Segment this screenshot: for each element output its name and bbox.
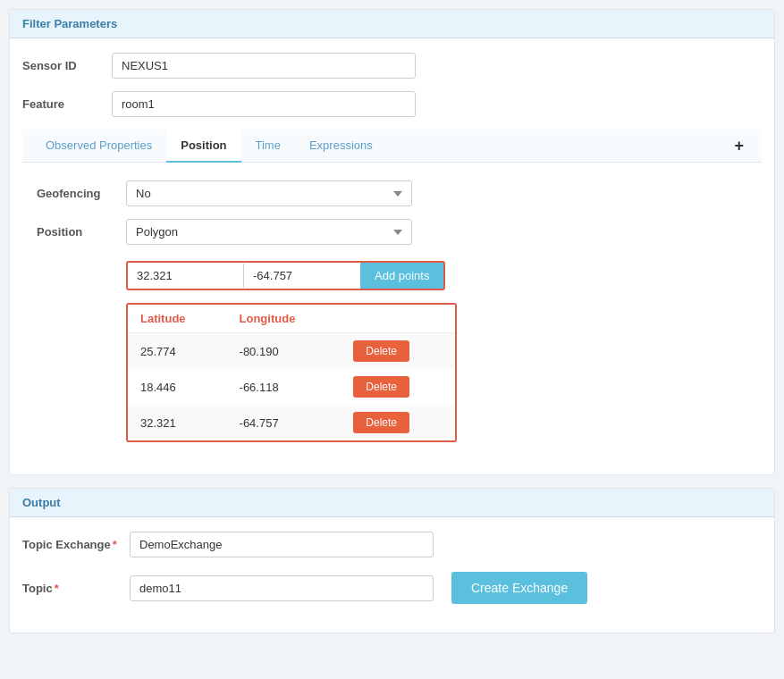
lon-cell: -64.757: [227, 405, 341, 440]
lon-cell: -80.190: [227, 333, 341, 370]
topic-exchange-label: Topic Exchange*: [22, 538, 130, 551]
table-row: 25.774 -80.190 Delete: [128, 333, 455, 370]
lat-cell: 25.774: [128, 333, 227, 370]
delete-button-2[interactable]: Delete: [353, 412, 409, 433]
filter-parameters-header: Filter Parameters: [10, 10, 774, 38]
table-row: 32.321 -64.757 Delete: [128, 405, 455, 440]
filter-parameters-card: Filter Parameters Sensor ID Feature Obse…: [9, 9, 775, 475]
add-points-button[interactable]: Add points: [360, 263, 443, 289]
position-label: Position: [37, 225, 126, 239]
tab-content-position: Geofencing No Yes Position Polygon Point…: [22, 163, 762, 460]
filter-parameters-body: Sensor ID Feature Observed Properties Po…: [10, 38, 774, 474]
lon-cell: -66.118: [227, 369, 341, 405]
points-table: Latitude Longitude 25.774 -80.190 Delete…: [128, 305, 455, 440]
latitude-input[interactable]: [128, 264, 244, 288]
output-body: Topic Exchange* Topic* Create Exchange: [10, 517, 774, 633]
sensor-id-label: Sensor ID: [22, 59, 112, 72]
output-title: Output: [22, 496, 61, 509]
topic-exchange-row: Topic Exchange*: [22, 532, 762, 557]
feature-row: Feature: [22, 91, 762, 117]
delete-cell: Delete: [341, 369, 455, 405]
topic-exchange-required: *: [113, 538, 117, 551]
lat-cell: 32.321: [128, 405, 227, 440]
delete-cell: Delete: [341, 333, 455, 370]
tab-position[interactable]: Position: [166, 130, 240, 163]
delete-button-0[interactable]: Delete: [353, 340, 409, 362]
lon-header: Longitude: [227, 305, 341, 333]
feature-input[interactable]: [112, 91, 416, 117]
filter-parameters-title: Filter Parameters: [22, 17, 117, 30]
table-row: 18.446 -66.118 Delete: [128, 369, 455, 405]
points-table-wrapper: Latitude Longitude 25.774 -80.190 Delete…: [126, 303, 457, 442]
longitude-input[interactable]: [244, 264, 360, 288]
delete-cell: Delete: [341, 405, 455, 440]
topic-label: Topic*: [22, 582, 130, 595]
geofencing-label: Geofencing: [37, 187, 126, 200]
create-exchange-button[interactable]: Create Exchange: [451, 572, 587, 604]
tab-observed-properties[interactable]: Observed Properties: [31, 130, 166, 163]
points-tbody: 25.774 -80.190 Delete 18.446 -66.118 Del…: [128, 333, 455, 441]
output-card: Output Topic Exchange* Topic* Create Exc…: [9, 488, 775, 633]
output-header: Output: [10, 489, 774, 517]
position-select[interactable]: Polygon Point Line: [126, 219, 412, 245]
topic-row: Topic* Create Exchange: [22, 572, 762, 604]
topic-exchange-input[interactable]: [130, 532, 434, 557]
geofencing-row: Geofencing No Yes: [37, 180, 747, 206]
tab-add-button[interactable]: +: [725, 131, 753, 161]
coords-area: Add points Latitude Longitude: [126, 257, 747, 442]
feature-label: Feature: [22, 97, 112, 111]
coords-wrapper: Add points: [126, 261, 445, 290]
tab-time[interactable]: Time: [241, 130, 295, 163]
tab-expressions[interactable]: Expressions: [295, 130, 387, 163]
lat-header: Latitude: [128, 305, 227, 333]
geofencing-select[interactable]: No Yes: [126, 180, 412, 206]
delete-button-1[interactable]: Delete: [353, 376, 409, 398]
tabs-bar: Observed Properties Position Time Expres…: [22, 130, 762, 163]
topic-input[interactable]: [130, 575, 434, 601]
position-row: Position Polygon Point Line: [37, 219, 747, 245]
topic-required: *: [55, 582, 59, 595]
sensor-id-input[interactable]: [112, 53, 416, 79]
lat-cell: 18.446: [128, 369, 227, 405]
table-header-row: Latitude Longitude: [128, 305, 455, 333]
sensor-id-row: Sensor ID: [22, 53, 762, 79]
action-header: [341, 305, 455, 333]
